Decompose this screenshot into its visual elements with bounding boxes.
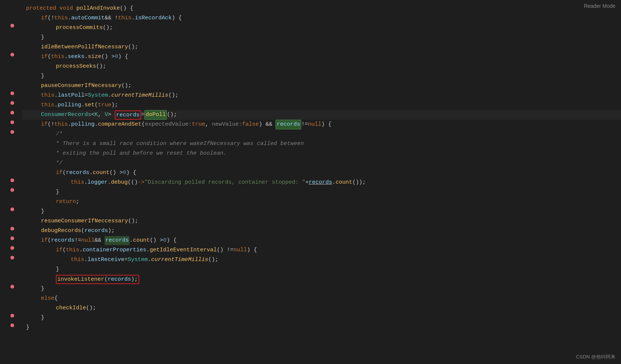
code-line-19: this.logger.debug(() -> "Discarding poll…	[22, 178, 621, 187]
code-container: protected void pollAndInvoke() { if (!th…	[0, 0, 621, 336]
code-line-23: resumeConsumerIfNeccessary();	[22, 216, 621, 226]
code-line-20: }	[22, 187, 621, 197]
code-line-14: /*	[22, 129, 621, 139]
code-line-22: }	[22, 207, 621, 216]
code-line-31: else {	[22, 294, 621, 303]
code-line-30: }	[22, 284, 621, 294]
code-line-9: pauseConsumerIfNecessary();	[22, 81, 621, 91]
records-highlight-box: records	[115, 110, 141, 120]
code-line-26: if (this.containerProperties.getIdleEven…	[22, 245, 621, 255]
keyword-protected: protected	[26, 4, 56, 13]
code-line-13: if (!this.polling.compareAndSet( expecte…	[22, 120, 621, 129]
code-line-2: if (!this.autoCommit && !this.isRecordAc…	[22, 13, 621, 23]
code-line-4: }	[22, 33, 621, 42]
code-line-15: * There is a small race condition where …	[22, 139, 621, 149]
code-line-24: debugRecords(records);	[22, 226, 621, 236]
code-line-10: this.lastPoll = System.currentTimeMillis…	[22, 91, 621, 100]
keyword-void: void	[60, 4, 73, 13]
code-line-7: processSeeks();	[22, 62, 621, 71]
keyword-if: if	[41, 14, 48, 23]
code-line-12: ConsumerRecords<K, V> records = doPoll()…	[22, 110, 621, 120]
code-line-29: invokeListener(records);	[22, 274, 621, 284]
watermark-label: CSDN @他叫阿来	[576, 354, 615, 360]
code-line-16: * exiting the poll and before we reset t…	[22, 149, 621, 158]
code-line-27: this.lastReceive = System.currentTimeMil…	[22, 255, 621, 265]
code-line-25: if (records != null && records.count() >…	[22, 236, 621, 245]
code-line-8: }	[22, 71, 621, 81]
code-line-11: this.polling.set(true);	[22, 100, 621, 110]
code-line-17: */	[22, 158, 621, 168]
code-line-1: protected void pollAndInvoke() {	[22, 4, 621, 13]
code-line-3: processCommits();	[22, 23, 621, 33]
code-line-33: }	[22, 313, 621, 323]
code-line-32: checkIdle();	[22, 303, 621, 313]
code-line-18: if (records.count() > 0) {	[22, 168, 621, 178]
code-line-28: }	[22, 265, 621, 274]
dopoll-highlight: doPoll	[144, 110, 167, 120]
code-line-6: if (this.seeks.size() > 0) {	[22, 52, 621, 62]
invokeListener-highlight: invokeListener(records);	[56, 275, 139, 284]
code-line-5: idleBetweenPollIfNecessary();	[22, 42, 621, 52]
code-line-34: }	[22, 323, 621, 332]
code-line-21: return;	[22, 197, 621, 207]
method-pollAndInvoke: pollAndInvoke	[76, 4, 120, 13]
